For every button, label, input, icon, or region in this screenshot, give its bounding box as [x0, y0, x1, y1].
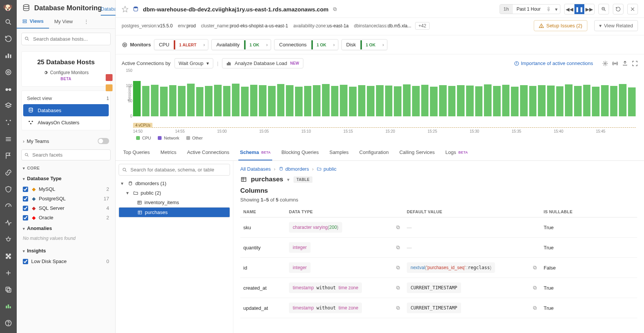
monitor-connections[interactable]: Connections1 OK› [274, 39, 338, 50]
link-icon[interactable] [5, 169, 12, 176]
my-teams-row[interactable]: › My Teams [17, 134, 115, 148]
bar[interactable] [187, 84, 195, 116]
bar[interactable] [160, 87, 168, 116]
gear-icon[interactable] [602, 60, 608, 67]
bar[interactable] [610, 86, 618, 116]
step-back[interactable]: ◀◀ [565, 4, 574, 14]
gauge-icon[interactable] [5, 202, 12, 210]
tab-active-connections[interactable]: Active Connections [186, 145, 231, 160]
copy-icon[interactable] [532, 265, 538, 270]
tab-metrics[interactable]: Metrics [159, 145, 178, 160]
tab-samples[interactable]: Samples [328, 145, 350, 160]
bar[interactable] [151, 85, 159, 116]
bar[interactable] [466, 86, 474, 116]
history-icon[interactable] [5, 35, 12, 43]
bc-db[interactable]: dbmorders [279, 166, 309, 172]
dbtype-group[interactable]: Database Type [17, 173, 115, 184]
share-icon[interactable] [622, 60, 628, 67]
tag-postgres_version[interactable]: postgres_version:v15.5.0 [122, 23, 173, 29]
bar[interactable] [349, 87, 357, 116]
tab-calling-services[interactable]: Calling Services [398, 145, 436, 160]
bar[interactable] [295, 87, 303, 116]
chart-icon[interactable] [5, 52, 12, 59]
dbtype-sqlserver[interactable]: ◆SQL Server4 [17, 203, 115, 213]
bar[interactable] [574, 86, 582, 116]
checkbox[interactable] [23, 215, 28, 220]
nodes-icon[interactable] [5, 119, 12, 126]
shield-icon[interactable] [5, 186, 12, 193]
tab-myview[interactable]: My View [49, 14, 78, 29]
tab-logs[interactable]: LogsBETA [444, 145, 470, 160]
checkbox[interactable] [23, 187, 28, 192]
pin-icon[interactable] [546, 6, 551, 12]
bar[interactable] [547, 86, 555, 116]
copy-icon[interactable] [532, 285, 538, 290]
bar[interactable] [475, 86, 483, 116]
tab-top-queries[interactable]: Top Queries [122, 145, 151, 160]
bc-root[interactable]: All Databases [240, 166, 271, 172]
tree-table-purchases[interactable]: purchases [119, 207, 230, 217]
tree-db[interactable]: ▾dbmorders (1) [119, 179, 230, 188]
bar[interactable] [286, 85, 293, 116]
list-icon[interactable] [5, 135, 12, 143]
bar[interactable] [439, 85, 447, 116]
object-dropdown[interactable]: ▾ [287, 177, 290, 182]
dbtype-mysql[interactable]: ◆MySQL2 [17, 184, 115, 194]
puzzle-icon[interactable] [5, 252, 12, 260]
schema-search-input[interactable] [119, 164, 230, 176]
legend-other[interactable]: Other [186, 136, 203, 140]
bar[interactable] [322, 84, 330, 116]
bar[interactable] [133, 81, 141, 116]
checkbox[interactable] [23, 196, 28, 201]
bar[interactable] [304, 86, 312, 116]
more-tags[interactable]: +42 [415, 22, 430, 30]
broadcast-icon[interactable] [612, 60, 618, 67]
flag-icon[interactable] [5, 152, 12, 160]
copy-icon[interactable] [332, 6, 338, 12]
bar[interactable] [493, 86, 501, 116]
insight-row[interactable]: Low Disk Space0 [17, 257, 115, 266]
pause[interactable]: ❚❚ [574, 4, 584, 14]
bar[interactable] [583, 85, 591, 116]
configure-monitors[interactable]: Configure Monitors [25, 70, 106, 75]
refresh[interactable] [613, 4, 623, 14]
tab-views[interactable]: Views [17, 14, 49, 29]
target-icon[interactable] [5, 68, 12, 76]
importance-link[interactable]: Importance of active connections [514, 60, 593, 66]
tree-schema[interactable]: ▾public (2) [119, 188, 230, 198]
monitor-disk[interactable]: Disk1 OK› [341, 39, 387, 50]
bar[interactable] [538, 85, 546, 116]
dbtype-postgresql[interactable]: ◆PostgreSQL17 [17, 194, 115, 203]
copy-icon[interactable] [395, 265, 401, 270]
bar[interactable] [205, 86, 213, 116]
bar[interactable] [232, 84, 240, 116]
search-hosts-input[interactable] [21, 33, 111, 45]
bar[interactable] [241, 87, 249, 116]
dbtype-oracle[interactable]: ◆Oracle2 [17, 213, 115, 222]
bar[interactable] [313, 85, 320, 116]
checkbox[interactable] [23, 206, 28, 211]
tab-configuration[interactable]: Configuration [358, 145, 390, 160]
logo[interactable]: 🐶 [3, 3, 14, 12]
bar[interactable] [223, 86, 231, 116]
group-by-select[interactable]: Wait Group▾ [174, 58, 213, 68]
monitor-cpu[interactable]: CPU1 ALERT› [154, 39, 208, 50]
bar[interactable] [430, 87, 438, 116]
monitor-availability[interactable]: Availability1 OK› [211, 39, 271, 50]
bug-icon[interactable] [5, 236, 12, 243]
bar[interactable] [457, 85, 465, 116]
tag-dbinstanceclass[interactable]: dbinstanceclass:db.m5.xla... [354, 23, 411, 29]
bar[interactable] [592, 87, 600, 116]
tag-cluster_name[interactable]: cluster_name:prod-eks-shopist-a-us-east-… [201, 23, 288, 29]
tab-blocking-queries[interactable]: Blocking Queries [280, 145, 320, 160]
copy-icon[interactable] [395, 225, 401, 230]
bar[interactable] [277, 84, 285, 116]
bar[interactable] [169, 85, 177, 116]
bar[interactable] [259, 85, 266, 116]
plus-icon[interactable] [5, 269, 12, 277]
copy-icon[interactable] [5, 286, 12, 293]
core-section[interactable]: CORE [17, 163, 115, 173]
analyze-load-button[interactable]: Analyze Database Load NEW [222, 58, 303, 68]
legend-network[interactable]: Network [158, 136, 179, 140]
tab-menu[interactable]: ⋮ [78, 14, 94, 29]
